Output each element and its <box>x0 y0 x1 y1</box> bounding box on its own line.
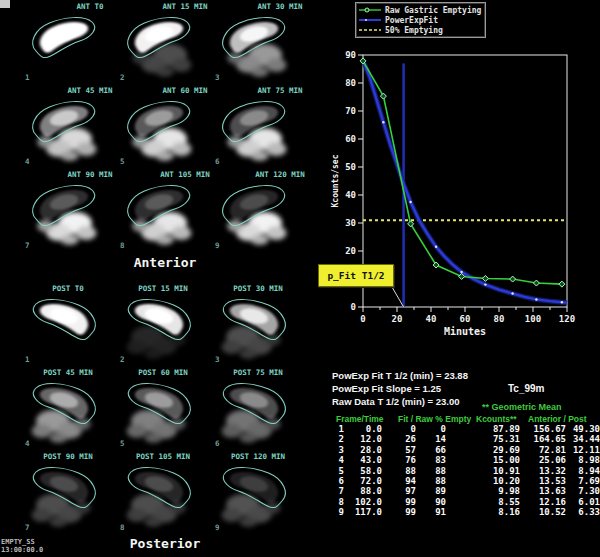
rawdata-thalf-stat: Raw Data T 1/2 (min) = 23.00 <box>332 396 460 407</box>
table-cell: 102.0 <box>344 497 382 507</box>
table-row: 672.0948810.2013.537.69 <box>332 476 600 486</box>
svg-text:100: 100 <box>525 314 541 324</box>
legend-item-half: 50% Emptying <box>359 25 481 35</box>
table-cell: 0 <box>416 424 446 434</box>
frame-number: 8 <box>120 523 125 532</box>
scan-label: POST 120 MIN <box>202 452 314 461</box>
table-cell: 156.67 <box>520 424 566 434</box>
table-cell: 6.01 <box>566 497 600 507</box>
table-cell: 34.44 <box>566 434 600 444</box>
table-row: 212.0261475.31164.6534.44 <box>332 434 600 444</box>
frame-number: 4 <box>25 439 30 448</box>
scintigraphy-image <box>198 168 310 252</box>
table-cell: 1 <box>332 424 344 434</box>
table-cell: 99 <box>382 507 416 517</box>
legend-item-fit: PowerExpFit <box>359 15 481 25</box>
svg-text:80: 80 <box>345 78 356 88</box>
gastric-emptying-chart: 0102030405060708090020406080100120Minute… <box>330 0 600 360</box>
scan-cell: ANT 120 MIN9 <box>198 168 310 252</box>
table-cell: 10.52 <box>520 507 566 517</box>
scan-cell: POST 30 MIN3 <box>198 282 310 366</box>
table-cell: 88.0 <box>344 486 382 496</box>
table-cell: 97 <box>382 486 416 496</box>
scan-label: POST 30 MIN <box>202 284 314 293</box>
table-cell: 88 <box>416 476 446 486</box>
powexp-slope-stat: PowExp Fit Slope = 1.25 <box>332 383 441 394</box>
svg-text:0: 0 <box>351 302 356 312</box>
table-cell: 72.0 <box>344 476 382 486</box>
table-cell: 5 <box>332 466 344 476</box>
frame-number: 5 <box>120 439 125 448</box>
table-cell: 91 <box>416 507 446 517</box>
svg-text:50: 50 <box>345 162 356 172</box>
study-id: EMPTY_SS <box>1 538 35 546</box>
table-cell: 9.98 <box>446 486 520 496</box>
table-row: 9117.099918.1610.526.33 <box>332 507 600 517</box>
table-cell: 94 <box>382 476 416 486</box>
scintigraphy-image <box>198 282 310 366</box>
frame-number: 2 <box>120 73 125 82</box>
table-cell: 7.69 <box>566 476 600 486</box>
anterior-section-label: Anterior <box>0 255 330 270</box>
results-table: 10.00087.89156.6749.30212.0261475.31164.… <box>332 424 600 518</box>
scintigraphy-image <box>198 450 310 534</box>
table-cell: 66 <box>416 445 446 455</box>
table-cell: 2 <box>332 434 344 444</box>
table-cell: 89 <box>416 486 446 496</box>
table-cell: 10.20 <box>446 476 520 486</box>
table-cell: 7 <box>332 486 344 496</box>
scan-label: ANT 30 MIN <box>224 2 336 11</box>
table-row: 10.00087.89156.6749.30 <box>332 424 600 434</box>
frame-number: 6 <box>215 157 220 166</box>
frame-number: 5 <box>120 157 125 166</box>
table-row: 788.097899.9813.637.30 <box>332 486 600 496</box>
svg-text:40: 40 <box>426 314 437 324</box>
frame-number: 1 <box>25 73 30 82</box>
anterior-scan-grid: ANT T01 ANT 15 MIN2 ANT 30 MIN <box>0 0 330 255</box>
scan-cell: ANT 75 MIN6 <box>198 84 310 168</box>
scintigraphy-image <box>198 84 310 168</box>
table-cell: 88 <box>382 466 416 476</box>
scan-label: ANT 120 MIN <box>224 170 336 179</box>
svg-text:20: 20 <box>392 314 403 324</box>
table-cell: 88 <box>416 466 446 476</box>
svg-text:0: 0 <box>360 314 365 324</box>
table-cell: 12.11 <box>566 445 600 455</box>
svg-text:90: 90 <box>345 50 356 60</box>
frame-number: 9 <box>215 241 220 250</box>
table-cell: 0.0 <box>344 424 382 434</box>
table-cell: 6 <box>332 476 344 486</box>
scintigraphy-image <box>198 366 310 450</box>
table-cell: 15.00 <box>446 455 520 465</box>
table-row: 443.0768315.0025.068.98 <box>332 455 600 465</box>
svg-text:Minutes: Minutes <box>444 326 486 337</box>
frame-number: 9 <box>215 523 220 532</box>
table-cell: 99 <box>382 497 416 507</box>
table-cell: 10.91 <box>446 466 520 476</box>
table-cell: 49.30 <box>566 424 600 434</box>
table-row: 328.0576629.6972.8112.11 <box>332 445 600 455</box>
table-row: 558.0888810.9113.328.94 <box>332 466 600 476</box>
chart-legend: Raw Gastric Emptying PowerExpFit 50% Emp… <box>355 2 486 38</box>
frame-number: 4 <box>25 157 30 166</box>
frame-number: 1 <box>25 355 30 364</box>
table-cell: 12.0 <box>344 434 382 444</box>
scan-cell: POST 120 MIN9 <box>198 450 310 534</box>
t-half-annotation-tag[interactable]: p_Fit T1/2 <box>318 264 394 287</box>
table-cell: 90 <box>416 497 446 507</box>
svg-text:60: 60 <box>460 314 471 324</box>
table-cell: 0 <box>382 424 416 434</box>
table-cell: 87.89 <box>446 424 520 434</box>
scintigraphy-image <box>198 0 310 84</box>
table-cell: 75.31 <box>446 434 520 444</box>
header-frame-time: Frame/Time <box>336 414 384 424</box>
header-kcounts: Kcounts** <box>476 414 517 424</box>
scan-label: ANT 75 MIN <box>224 86 336 95</box>
table-cell: 7.30 <box>566 486 600 496</box>
study-time: 13:00:00.0 <box>1 546 43 554</box>
half-emptying-marker-icon <box>359 26 381 34</box>
table-cell: 83 <box>416 455 446 465</box>
frame-number: 7 <box>25 241 30 250</box>
svg-text:40: 40 <box>345 190 356 200</box>
legend-item-raw: Raw Gastric Emptying <box>359 5 481 15</box>
